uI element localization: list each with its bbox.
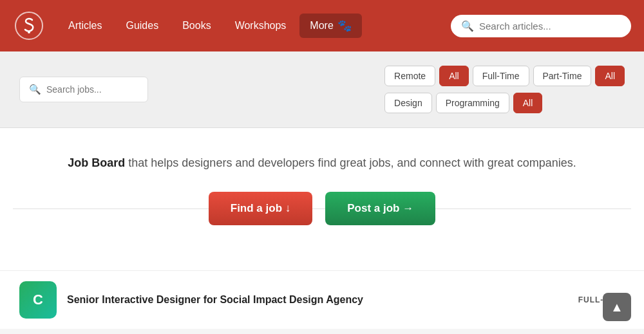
tagline-rest: that helps designers and developers find… bbox=[125, 156, 576, 169]
cta-buttons: Find a job ↓ Post a job → bbox=[13, 192, 631, 225]
filter-row-category: Design Programming All bbox=[384, 93, 625, 113]
filter-parttime[interactable]: Part-Time bbox=[533, 66, 592, 86]
filter-all-category[interactable]: All bbox=[513, 93, 543, 113]
filter-all-type[interactable]: All bbox=[595, 66, 625, 86]
filter-fulltime[interactable]: Full-Time bbox=[473, 66, 529, 86]
filter-remote[interactable]: Remote bbox=[384, 66, 435, 86]
site-logo[interactable] bbox=[13, 10, 45, 42]
more-label: More bbox=[310, 20, 333, 32]
filter-bar: 🔍 Remote All Full-Time Part-Time All Des… bbox=[0, 51, 644, 128]
search-icon: 🔍 bbox=[461, 20, 474, 32]
main-nav: Articles Guides Books Workshops More 🐾 bbox=[58, 14, 444, 38]
scroll-top-button[interactable]: ▲ bbox=[603, 293, 631, 321]
nav-books[interactable]: Books bbox=[172, 15, 221, 37]
job-title: Senior Interactive Designer for Social I… bbox=[67, 294, 568, 306]
nav-articles[interactable]: Articles bbox=[58, 15, 112, 37]
svg-point-0 bbox=[28, 31, 30, 33]
nav-more[interactable]: More 🐾 bbox=[299, 14, 361, 38]
logo-letter bbox=[15, 12, 43, 40]
search-input[interactable] bbox=[479, 21, 621, 32]
post-job-button[interactable]: Post a job → bbox=[325, 192, 435, 225]
job-search-input[interactable] bbox=[46, 84, 138, 95]
company-logo: C bbox=[19, 281, 57, 319]
tagline-bold: Job Board bbox=[68, 156, 125, 169]
more-icon: 🐾 bbox=[337, 19, 352, 33]
filter-programming[interactable]: Programming bbox=[436, 93, 509, 113]
filter-groups: Remote All Full-Time Part-Time All Desig… bbox=[384, 66, 625, 113]
job-listing[interactable]: C Senior Interactive Designer for Social… bbox=[0, 270, 644, 329]
job-info: Senior Interactive Designer for Social I… bbox=[67, 294, 568, 306]
tagline: Job Board that helps designers and devel… bbox=[13, 154, 631, 172]
nav-workshops[interactable]: Workshops bbox=[225, 15, 297, 37]
job-search-icon: 🔍 bbox=[29, 84, 41, 95]
filter-row-location: Remote All Full-Time Part-Time All bbox=[384, 66, 625, 86]
find-job-button[interactable]: Find a job ↓ bbox=[209, 192, 313, 225]
nav-guides[interactable]: Guides bbox=[115, 15, 169, 37]
scroll-top-icon: ▲ bbox=[611, 300, 623, 315]
job-search-wrap[interactable]: 🔍 bbox=[19, 77, 148, 102]
filter-design[interactable]: Design bbox=[384, 93, 432, 113]
main-content: Job Board that helps designers and devel… bbox=[0, 128, 644, 270]
filter-all-location[interactable]: All bbox=[439, 66, 469, 86]
header: Articles Guides Books Workshops More 🐾 🔍 bbox=[0, 0, 644, 51]
header-search[interactable]: 🔍 bbox=[451, 15, 631, 37]
